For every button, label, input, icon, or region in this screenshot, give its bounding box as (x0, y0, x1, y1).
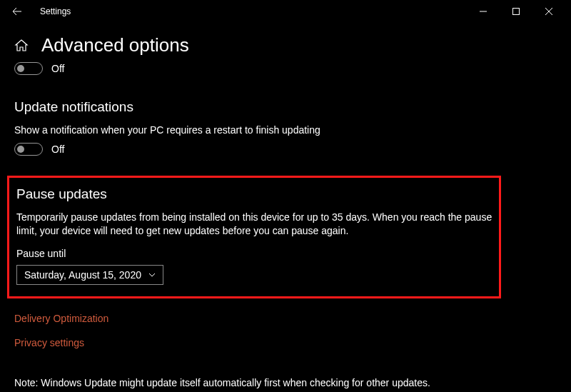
page-title: Advanced options (41, 34, 189, 56)
close-icon (545, 8, 552, 15)
chevron-down-icon (148, 273, 156, 277)
note-text: Note: Windows Update might update itself… (14, 377, 557, 388)
toggle-thumb (17, 146, 24, 153)
advanced-options-toggle-row: Off (14, 62, 557, 75)
pause-updates-description: Temporarily pause updates from being ins… (16, 211, 493, 238)
pause-until-value: Saturday, August 15, 2020 (24, 269, 141, 281)
pause-updates-title: Pause updates (16, 186, 493, 202)
titlebar: Settings (0, 0, 571, 23)
privacy-settings-link[interactable]: Privacy settings (14, 337, 557, 348)
update-notifications-title: Update notifications (14, 99, 557, 115)
advanced-options-toggle[interactable] (14, 62, 43, 75)
notifications-toggle-label: Off (51, 144, 64, 155)
minimize-icon (480, 8, 487, 15)
pause-until-label: Pause until (16, 248, 493, 259)
maximize-button[interactable] (500, 0, 532, 23)
window-title: Settings (40, 6, 71, 16)
window-controls (467, 0, 565, 23)
home-icon (14, 39, 29, 53)
minimize-button[interactable] (467, 0, 500, 23)
toggle-thumb (17, 65, 24, 72)
page-header: Advanced options (14, 34, 557, 56)
pause-until-dropdown[interactable]: Saturday, August 15, 2020 (16, 265, 163, 285)
maximize-icon (512, 8, 520, 15)
advanced-options-toggle-label: Off (51, 63, 64, 74)
notifications-toggle-row: Off (14, 143, 557, 156)
arrow-left-icon (12, 6, 22, 16)
close-button[interactable] (532, 0, 565, 23)
delivery-optimization-link[interactable]: Delivery Optimization (14, 313, 557, 324)
back-button[interactable] (6, 0, 29, 23)
update-notifications-description: Show a notification when your PC require… (14, 124, 557, 137)
svg-rect-0 (513, 9, 520, 15)
notifications-toggle[interactable] (14, 143, 43, 156)
content-area: Advanced options Off Update notification… (0, 23, 571, 392)
pause-updates-highlight: Pause updates Temporarily pause updates … (7, 176, 501, 298)
update-notifications-section: Update notifications Show a notification… (14, 99, 557, 156)
